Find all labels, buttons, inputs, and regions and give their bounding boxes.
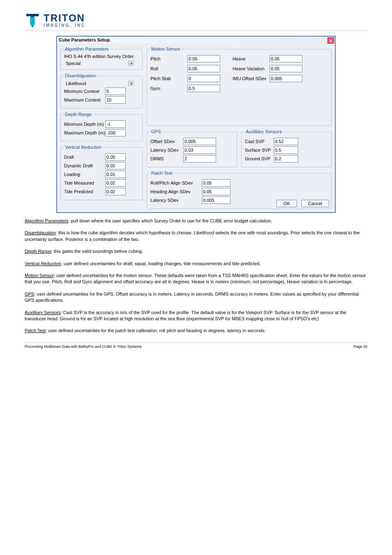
roll-label: Roll [150, 66, 187, 71]
desc-algorithm-text: : pull down where the user specifies whi… [68, 218, 272, 223]
iho-select[interactable]: Special ▾ [64, 60, 134, 66]
logo-text-line2: IMAGING, INC [44, 23, 85, 28]
heading-align-label: Heading Align SDev [150, 189, 202, 194]
legend-depth-range: Depth Range [64, 112, 92, 117]
desc-disambiguation-text: : this is how the cube algorithm decides… [25, 230, 360, 241]
dynamic-draft-label: Dynamic Draft [64, 163, 105, 168]
cast-svp-input[interactable] [274, 138, 298, 145]
logo: TRITON IMAGING, INC [25, 12, 367, 28]
desc-vertical-reduction-term: Vertical Reduction [25, 261, 61, 266]
dialog-titlebar: Cube Parameters Setup x [57, 37, 335, 43]
group-gps: GPS Offset SDev Latency SDev DRMS [147, 129, 237, 167]
header-divider [25, 30, 367, 31]
desc-gps-term: GPS [25, 291, 34, 296]
iho-caption: IHO S.44 4'th edition Survey Order [64, 54, 139, 59]
group-depth-range: Depth Range Minimum Depth (m) Maximum De… [60, 112, 143, 141]
gps-drms-input[interactable] [183, 155, 216, 162]
desc-depth-range-term: Depth Range [25, 249, 51, 254]
desc-disambiguation: Disambiguation: this is how the cube alg… [25, 230, 367, 243]
roll-input[interactable] [187, 65, 220, 72]
dialog-cube-parameters: Cube Parameters Setup x Algorithm Parame… [56, 36, 336, 213]
close-button[interactable]: x [327, 37, 334, 44]
imu-offset-label: IMU Offset SDev [233, 76, 270, 81]
heave-var-label: Heave Variation [233, 66, 270, 71]
desc-aux-sensors: Auxilliary Sensors: Cast SVP is the accu… [25, 310, 367, 322]
desc-vertical-reduction-text: : user defined uncertainties for draft, … [61, 261, 261, 266]
legend-vertical-reduction: Vertical Reduction [64, 145, 102, 150]
imu-offset-input[interactable] [270, 75, 302, 82]
legend-gps: GPS [150, 129, 161, 134]
desc-algorithm: Algorithm Parameters: pull down where th… [25, 218, 367, 224]
max-depth-label: Maximum Depth (m) [64, 130, 105, 135]
desc-gps-text: : user defined uncertainties for the GPS… [25, 291, 359, 303]
tide-measured-label: Tide Measured [64, 180, 105, 185]
legend-aux-sensors: Auxilliary Sensors [245, 129, 282, 134]
pitch-label: Pitch [150, 56, 187, 61]
pitch-input[interactable] [187, 55, 220, 62]
desc-patch-test-text: : user defined uncertainties for the pat… [46, 328, 265, 333]
heave-label: Heave [233, 56, 270, 61]
gps-offset-input[interactable] [183, 138, 216, 145]
draft-input[interactable] [105, 153, 126, 161]
disambiguation-select[interactable]: Likelihood ▾ [64, 81, 134, 86]
iho-select-value: Special [66, 61, 81, 66]
legend-algorithm: Algorithm Parameters [64, 46, 109, 51]
patch-latency-label: Latency SDev [150, 198, 202, 203]
min-context-input[interactable] [105, 88, 126, 95]
gps-latency-input[interactable] [183, 146, 216, 154]
desc-vertical-reduction: Vertical Reduction: user defined uncerta… [25, 261, 367, 267]
loading-label: Loading [64, 172, 105, 177]
group-disambiguation: Disambiguation Likelihood ▾ Minimum Cont… [60, 73, 143, 109]
heave-input[interactable] [270, 55, 302, 62]
dynamic-draft-input[interactable] [105, 162, 126, 169]
desc-disambiguation-term: Disambiguation [25, 230, 56, 235]
patch-latency-input[interactable] [202, 197, 231, 204]
min-depth-label: Minimum Depth (m) [64, 122, 105, 127]
tide-measured-input[interactable] [105, 179, 126, 187]
legend-disambiguation: Disambiguation [64, 73, 97, 78]
chevron-down-icon: ▾ [128, 81, 134, 86]
close-icon: x [330, 39, 332, 43]
ok-button[interactable]: OK [277, 200, 297, 207]
gyro-input[interactable] [187, 85, 220, 92]
legend-motion-sensor: Motion Sensor [150, 46, 181, 51]
max-context-label: Maximum Context [64, 97, 105, 102]
roll-pitch-align-input[interactable] [202, 179, 231, 187]
group-vertical-reduction: Vertical Reduction Draft Dynamic Draft L… [60, 145, 143, 200]
desc-motion-sensor: Motion Sensor: user defined uncertaintie… [25, 273, 367, 285]
gps-latency-label: Latency SDev [150, 148, 183, 153]
footer-right: Page 20 [353, 345, 367, 349]
surface-svp-input[interactable] [274, 146, 298, 154]
desc-motion-sensor-term: Motion Sensor [25, 273, 54, 278]
loading-input[interactable] [105, 171, 126, 178]
footer: Processing Multibeam Data with BathyPro … [25, 345, 367, 349]
tide-predicted-label: Tide Predicted [64, 189, 105, 194]
heave-var-input[interactable] [270, 65, 302, 72]
ground-svp-label: Ground SVP [245, 156, 274, 161]
cast-svp-label: Cast SVP [245, 139, 274, 144]
surface-svp-label: Surface SVP [245, 148, 274, 153]
footer-left: Processing Multibeam Data with BathyPro … [25, 345, 142, 349]
tide-predicted-input[interactable] [105, 188, 126, 195]
legend-patch-test: Patch Test [150, 171, 173, 176]
group-motion-sensor: Motion Sensor Pitch Roll Pitch Stab Gyro… [147, 46, 332, 126]
roll-pitch-align-label: Roll/Pitch Align SDev [150, 180, 202, 185]
pitch-stab-input[interactable] [187, 75, 220, 82]
ground-svp-input[interactable] [274, 155, 298, 162]
draft-label: Draft [64, 155, 105, 160]
heading-align-input[interactable] [202, 188, 231, 195]
cancel-button[interactable]: Cancel [301, 200, 329, 207]
max-context-input[interactable] [105, 96, 126, 104]
desc-aux-sensors-text: : Cast SVP is the accuracy in m/s of the… [25, 310, 346, 321]
desc-patch-test: Patch Test: user defined uncertainties f… [25, 328, 367, 334]
min-depth-input[interactable] [105, 120, 126, 128]
dialog-title: Cube Parameters Setup [59, 37, 110, 42]
logo-shield-icon [25, 12, 40, 28]
group-aux-sensors: Auxilliary Sensors Cast SVP Surface SVP … [241, 129, 332, 167]
desc-patch-test-term: Patch Test [25, 328, 46, 333]
pitch-stab-label: Pitch Stab [150, 76, 187, 81]
gps-drms-label: DRMS [150, 156, 183, 161]
desc-algorithm-term: Algorithm Parameters [25, 218, 68, 223]
min-context-label: Minimum Context [64, 89, 105, 94]
max-depth-input[interactable] [105, 129, 126, 136]
